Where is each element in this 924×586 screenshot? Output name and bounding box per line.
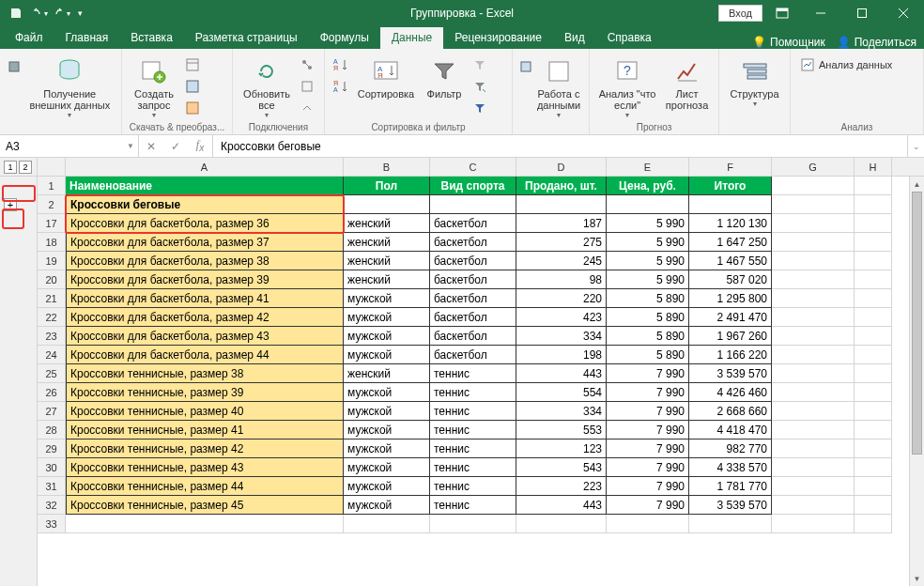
cell[interactable] — [855, 477, 892, 496]
cell[interactable]: 1 781 770 — [689, 477, 772, 496]
cell[interactable] — [855, 364, 892, 383]
sort-az-icon[interactable]: АЯ — [331, 54, 351, 75]
cell[interactable]: 982 770 — [689, 440, 772, 458]
cell[interactable]: 7 990 — [607, 477, 689, 496]
cell[interactable] — [344, 515, 430, 533]
cell[interactable] — [855, 252, 892, 270]
tab-file[interactable]: Файл — [4, 27, 54, 49]
fx-icon[interactable]: fx — [188, 135, 212, 157]
cell[interactable]: мужской — [344, 458, 430, 477]
show-queries-icon[interactable] — [182, 54, 203, 75]
data-analysis-button[interactable]: Анализ данных — [796, 54, 896, 75]
cell[interactable]: 2 491 470 — [689, 308, 772, 327]
cell[interactable]: 587 020 — [689, 270, 772, 289]
cell[interactable] — [772, 177, 855, 195]
cell[interactable]: теннис — [430, 383, 516, 402]
cell[interactable]: Кроссовки теннисные, размер 43 — [66, 458, 344, 477]
row-header[interactable]: 31 — [38, 477, 66, 496]
cell[interactable]: Наименование — [66, 177, 344, 195]
cell[interactable]: 3 539 570 — [689, 496, 772, 515]
cell[interactable]: баскетбол — [430, 214, 516, 233]
tab-help[interactable]: Справка — [596, 27, 663, 49]
edit-links-icon[interactable] — [297, 98, 317, 118]
cell[interactable]: женский — [344, 252, 430, 270]
cell[interactable]: баскетбол — [430, 327, 516, 346]
reapply-icon[interactable] — [470, 76, 490, 97]
cell[interactable]: 334 — [516, 327, 607, 346]
save-icon[interactable] — [6, 3, 26, 23]
cell[interactable]: Кроссовки теннисные, размер 41 — [66, 421, 344, 440]
cell[interactable]: женский — [344, 233, 430, 252]
col-header-G[interactable]: G — [772, 158, 855, 176]
cell[interactable]: 1 120 130 — [689, 214, 772, 233]
row-header[interactable]: 17 — [38, 214, 66, 233]
cell[interactable]: 198 — [516, 346, 607, 364]
cell[interactable]: Вид спорта — [430, 177, 516, 195]
cell[interactable]: 187 — [516, 214, 607, 233]
cell[interactable]: мужской — [344, 346, 430, 364]
cell[interactable]: 123 — [516, 440, 607, 458]
cell[interactable] — [855, 308, 892, 327]
cell[interactable] — [772, 458, 855, 477]
cell[interactable]: мужской — [344, 477, 430, 496]
cell[interactable]: мужской — [344, 421, 430, 440]
cell[interactable]: 7 990 — [607, 402, 689, 421]
cell[interactable]: 7 990 — [607, 421, 689, 440]
cell[interactable]: 1 467 550 — [689, 252, 772, 270]
cell[interactable]: Кроссовки теннисные, размер 42 — [66, 440, 344, 458]
cell[interactable]: Кроссовки беговые — [66, 195, 344, 214]
cell[interactable]: 7 990 — [607, 383, 689, 402]
cell[interactable] — [772, 383, 855, 402]
cell[interactable]: мужской — [344, 440, 430, 458]
tab-review[interactable]: Рецензирование — [443, 27, 553, 49]
row-header[interactable]: 33 — [38, 515, 66, 533]
cell[interactable] — [689, 515, 772, 533]
cell[interactable]: 5 890 — [607, 327, 689, 346]
cell[interactable]: баскетбол — [430, 270, 516, 289]
cell[interactable] — [772, 496, 855, 515]
forecast-sheet-button[interactable]: Лист прогноза — [661, 54, 713, 113]
chevron-down-icon[interactable]: ▼ — [127, 142, 134, 150]
cell[interactable]: 334 — [516, 402, 607, 421]
cell[interactable]: баскетбол — [430, 252, 516, 270]
row-header[interactable]: 27 — [38, 402, 66, 421]
cell[interactable]: мужской — [344, 289, 430, 308]
cell[interactable] — [516, 195, 607, 214]
cell[interactable]: 5 890 — [607, 308, 689, 327]
cell[interactable]: теннис — [430, 496, 516, 515]
minimize-button[interactable] — [802, 0, 839, 26]
cell[interactable]: женский — [344, 270, 430, 289]
cell[interactable] — [855, 515, 892, 533]
scroll-up-icon[interactable]: ▲ — [910, 177, 924, 192]
expand-formula-bar-icon[interactable]: ⌄ — [907, 135, 924, 157]
connections-icon[interactable] — [297, 54, 317, 75]
filter-button[interactable]: Фильтр — [421, 54, 468, 101]
row-header[interactable]: 20 — [38, 270, 66, 289]
qat-customize-icon[interactable]: ▾ — [73, 3, 86, 23]
cell[interactable]: 7 990 — [607, 458, 689, 477]
cell[interactable]: 543 — [516, 458, 607, 477]
cell[interactable] — [772, 421, 855, 440]
cell[interactable] — [855, 346, 892, 364]
cell[interactable] — [430, 515, 516, 533]
row-header[interactable]: 29 — [38, 440, 66, 458]
cancel-formula-icon[interactable]: ✕ — [139, 135, 163, 157]
cell[interactable]: 443 — [516, 496, 607, 515]
cell[interactable]: теннис — [430, 458, 516, 477]
cell[interactable]: Кроссовки для баскетбола, размер 42 — [66, 308, 344, 327]
row-header[interactable]: 22 — [38, 308, 66, 327]
cell[interactable]: Кроссовки для баскетбола, размер 44 — [66, 346, 344, 364]
tab-data[interactable]: Данные — [380, 27, 443, 49]
name-box[interactable]: A3▼ — [0, 135, 139, 157]
new-query-button[interactable]: Создать запрос▾ — [128, 54, 180, 121]
cell[interactable]: 553 — [516, 421, 607, 440]
cell[interactable] — [772, 515, 855, 533]
cell[interactable]: 275 — [516, 233, 607, 252]
cell[interactable]: Цена, руб. — [607, 177, 689, 195]
tab-formulas[interactable]: Формулы — [309, 27, 380, 49]
col-header-H[interactable]: H — [855, 158, 892, 176]
row-header[interactable]: 28 — [38, 421, 66, 440]
row-header[interactable]: 30 — [38, 458, 66, 477]
cell[interactable]: 98 — [516, 270, 607, 289]
cell[interactable]: 1 967 260 — [689, 327, 772, 346]
